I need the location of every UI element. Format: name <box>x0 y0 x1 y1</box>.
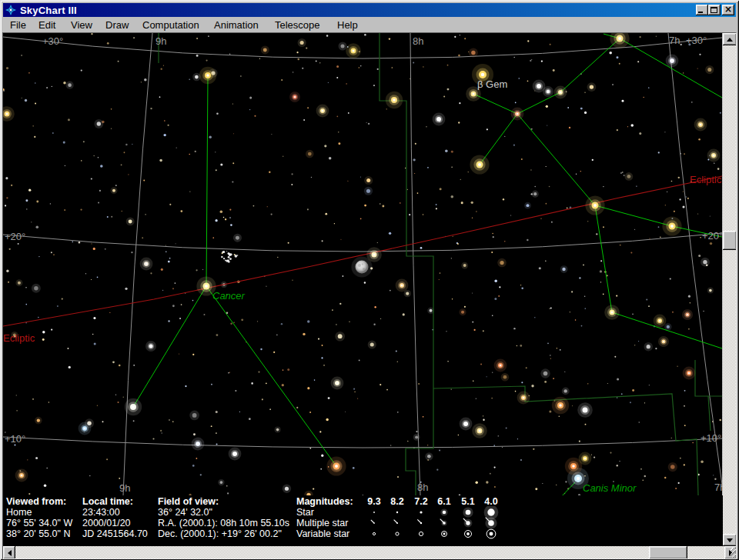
local-time-date: 2000/01/20 <box>82 518 148 528</box>
sky-chart[interactable]: +30°9h8h7h+30°+20°+20°+10°+10°9h8h7hCanc… <box>3 33 722 495</box>
scroll-down-button[interactable] <box>723 534 737 546</box>
horizontal-scrollbar[interactable] <box>3 546 737 559</box>
app-window: SkyChart III × FileEditViewDrawComputati… <box>0 0 739 560</box>
vertical-scrollbar[interactable] <box>723 33 737 546</box>
menu-item-help[interactable]: Help <box>337 19 358 31</box>
resize-grip-icon[interactable] <box>731 548 737 558</box>
triangle-down-icon <box>727 538 733 542</box>
magnitude-value: 6.1 <box>436 496 453 507</box>
title-bar[interactable]: SkyChart III × <box>3 3 736 17</box>
viewed-from-latitude: 38° 20' 55.0" N <box>6 528 72 539</box>
horizontal-scroll-thumb[interactable] <box>649 546 687 559</box>
grid-label: 9h <box>119 482 130 494</box>
star-label: β Gem <box>477 78 507 90</box>
maximize-button[interactable] <box>708 5 721 15</box>
grid-label: +20° <box>702 230 722 242</box>
viewed-from-site: Home <box>6 507 72 518</box>
moon[interactable] <box>351 256 372 277</box>
fov-dec: Dec. (2000.1): +19° 26' 00.2" <box>158 528 289 539</box>
fov-ra: R.A. (2000.1): 08h 10m 55.10s <box>158 518 289 528</box>
minimize-button[interactable] <box>696 5 708 15</box>
status-field-of-view: Field of view: 36° 24' 32.0" R.A. (2000.… <box>158 496 289 539</box>
local-time-label: Local time: <box>82 496 148 507</box>
menu-bar: FileEditViewDrawComputationAnimationTele… <box>3 18 736 32</box>
ecliptic-label: Ecliptic <box>690 174 722 185</box>
grid-label: +20° <box>5 231 25 242</box>
grid-label: +30° <box>686 35 707 46</box>
magnitude-value: 8.2 <box>389 496 406 507</box>
local-time-clock: 23:43:00 <box>82 507 148 518</box>
grid-label: 8h <box>413 35 423 47</box>
magnitude-value: 7.2 <box>413 496 430 507</box>
close-icon: × <box>722 5 734 15</box>
constellation-lines <box>133 34 722 495</box>
magnitudes-label: Magnitudes: <box>296 496 353 507</box>
star-cluster <box>221 251 238 263</box>
fov-label: Field of view: <box>158 496 289 507</box>
vertical-scroll-thumb[interactable] <box>723 231 737 250</box>
menu-item-edit[interactable]: Edit <box>38 19 55 31</box>
menu-item-telescope[interactable]: Telescope <box>275 19 320 31</box>
close-button[interactable]: × <box>722 5 734 15</box>
status-local-time: Local time: 23:43:00 2000/01/20 JD 24515… <box>82 496 148 539</box>
viewed-from-longitude: 76° 55' 34.0" W <box>6 518 72 528</box>
grid-label: 8h <box>417 482 428 493</box>
grid-label: 7h <box>714 482 722 493</box>
window-title: SkyChart III <box>20 5 77 16</box>
menu-item-animation[interactable]: Animation <box>214 19 259 31</box>
grid-label: 9h <box>155 35 166 47</box>
scroll-left-button[interactable] <box>3 546 15 559</box>
triangle-left-icon <box>8 550 12 556</box>
constellation-boundaries <box>159 33 722 495</box>
triangle-up-icon <box>727 38 733 42</box>
grid-label: +10° <box>701 432 721 444</box>
legend-row-multiple-star: Multiple star <box>296 518 353 528</box>
menu-item-draw[interactable]: Draw <box>105 19 129 31</box>
local-time-jd: JD 2451564.70 <box>82 528 148 539</box>
scroll-up-button[interactable] <box>723 33 737 45</box>
menu-item-file[interactable]: File <box>10 19 26 31</box>
viewed-from-label: Viewed from: <box>6 496 72 507</box>
app-icon <box>5 5 16 15</box>
window-controls: × <box>696 5 734 15</box>
constellation-label: Cancer <box>212 290 246 302</box>
status-viewed-from: Viewed from: Home 76° 55' 34.0" W 38° 20… <box>6 496 72 539</box>
menu-item-computation[interactable]: Computation <box>142 19 199 31</box>
grid-label: 7h <box>669 35 680 46</box>
grid-label: +10° <box>5 433 25 445</box>
magnitude-value: 4.0 <box>483 496 500 507</box>
legend-row-star: Star <box>296 507 353 518</box>
magnitude-value: 9.3 <box>366 496 383 507</box>
status-magnitudes: Magnitudes: Star Multiple star Variable … <box>296 496 353 539</box>
maximize-icon <box>711 7 717 13</box>
grid-label: +30° <box>42 35 63 47</box>
magnitude-legend-symbols <box>362 506 505 545</box>
fov-size: 36° 24' 32.0" <box>158 507 289 518</box>
magnitude-value: 5.1 <box>460 496 477 507</box>
menu-item-view[interactable]: View <box>71 19 92 31</box>
status-bar: Viewed from: Home 76° 55' 34.0" W 38° 20… <box>3 495 723 546</box>
constellation-label: Canis Minor <box>583 482 637 494</box>
ecliptic-label: Ecliptic <box>3 332 35 344</box>
legend-row-variable-star: Variable star <box>296 528 353 539</box>
minimize-icon <box>698 12 703 13</box>
